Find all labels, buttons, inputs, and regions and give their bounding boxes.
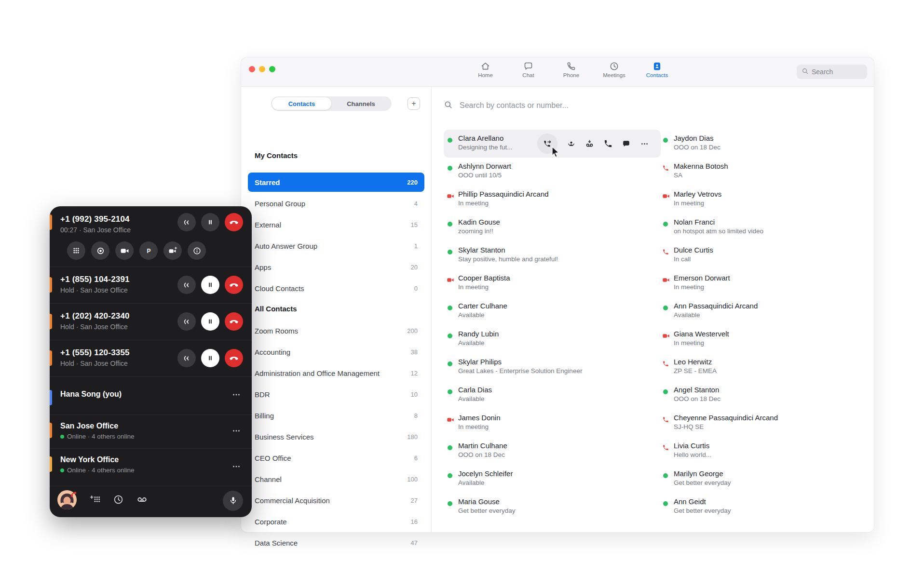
contact-status: OOO on 18 Dec [674, 143, 874, 152]
contact-row[interactable]: James DoninIn meeting [444, 409, 661, 437]
contact-row[interactable]: Ann Passaquindici ArcandAvailable [659, 297, 874, 325]
tab-chat[interactable]: Chat [507, 61, 550, 78]
sidebar-item-cloud-contacts[interactable]: Cloud Contacts0 [248, 278, 424, 299]
tab-meetings[interactable]: Meetings [593, 61, 636, 78]
sidebar-item-auto-answer-group[interactable]: Auto Answer Group1 [248, 235, 424, 256]
keypad-button[interactable] [67, 241, 85, 260]
contact-row[interactable]: Nolan Francion hotspot atm so limited vi… [659, 214, 874, 241]
microphone-button[interactable] [223, 491, 243, 511]
contact-row[interactable]: Angel StantonOOO on 18 Dec [659, 381, 874, 409]
sidebar-item-billing[interactable]: Billing8 [248, 405, 424, 426]
hold-button[interactable] [201, 312, 219, 331]
merge-calls-button[interactable] [177, 349, 196, 367]
user-avatar[interactable] [57, 490, 77, 511]
sidebar-item-personal-group[interactable]: Personal Group4 [248, 193, 424, 214]
add-contact-button[interactable]: + [408, 97, 420, 110]
contact-row[interactable]: Emerson DorwartIn meeting [659, 269, 874, 297]
contact-row[interactable]: Cheyenne Passaquindici ArcandSJ-HQ SE [659, 409, 874, 437]
sidebar-item-label: Business Services [255, 433, 314, 441]
nav-label: Meetings [603, 72, 625, 78]
sidebar-item-business-services[interactable]: Business Services180 [248, 426, 424, 447]
contact-row[interactable]: Ashlynn DorwartOOO until 10/5 [444, 158, 661, 186]
minimize-window-button[interactable] [259, 66, 265, 72]
contact-row[interactable]: Leo HerwitzZP SE - EMEA [659, 353, 874, 381]
invite-to-meeting-button[interactable] [567, 139, 576, 148]
tab-phone[interactable]: Phone [550, 61, 593, 78]
contact-row[interactable]: Skylar StantonStay positive, humble and … [444, 241, 661, 269]
contact-row[interactable]: Maria GouseGet better everyday [444, 493, 661, 521]
chat-button[interactable] [622, 139, 631, 148]
more-button[interactable] [640, 139, 649, 148]
end-call-button[interactable] [225, 276, 243, 294]
record-button[interactable] [91, 241, 109, 260]
hold-button[interactable] [201, 213, 219, 231]
transfer-to-voicemail-button[interactable] [585, 139, 594, 148]
sidebar-item-external[interactable]: External15 [248, 214, 424, 235]
in-meeting-icon [662, 332, 671, 340]
end-call-button[interactable] [225, 213, 243, 231]
tab-contacts[interactable]: Contacts [272, 97, 331, 110]
merge-calls-button[interactable] [177, 213, 196, 231]
held-call-row: +1 (202) 420-2340Hold · San Jose Office [50, 304, 252, 340]
contact-row[interactable]: Jaydon DiasOOO on 18 Dec [659, 130, 874, 158]
contacts-search-input[interactable]: Search by contacts or number... [444, 99, 858, 112]
end-call-button[interactable] [225, 349, 243, 367]
hold-button[interactable] [201, 349, 219, 367]
contact-row[interactable]: Marilyn GeorgeGet better everyday [659, 465, 874, 493]
video-button[interactable] [115, 241, 134, 260]
open-dialpad-button[interactable] [89, 494, 100, 507]
merge-calls-button[interactable] [177, 276, 196, 294]
contact-row[interactable]: Carla DiasAvailable [444, 381, 661, 409]
tab-channels[interactable]: Channels [331, 97, 391, 110]
park-button[interactable]: P [139, 241, 158, 260]
voicemail-button[interactable] [136, 494, 148, 507]
sidebar-item-accounting[interactable]: Accounting38 [248, 341, 424, 362]
maximize-window-button[interactable] [269, 66, 275, 72]
line-row[interactable]: New York OfficeOnline · 4 others online [50, 449, 252, 486]
call-history-button[interactable] [113, 494, 124, 507]
call-button[interactable] [603, 139, 612, 148]
contact-row[interactable]: Ann GeidtGet better everyday [659, 493, 874, 521]
contact-row[interactable]: Randy LubinAvailable [444, 325, 661, 353]
add-video-button[interactable] [163, 241, 182, 260]
contact-row[interactable]: Jocelyn SchleiferAvailable [444, 465, 661, 493]
merge-calls-button[interactable] [177, 312, 196, 331]
contact-row[interactable]: Giana WesterveltIn meeting [659, 325, 874, 353]
sidebar-item-data-science[interactable]: Data Science47 [248, 532, 424, 553]
sidebar-item-channel[interactable]: Channel100 [248, 468, 424, 490]
sidebar-item-commercial-acquisition[interactable]: Commercial Acquisition27 [248, 490, 424, 511]
sidebar-item-administration-and-office-management[interactable]: Administration and Office Management12 [248, 362, 424, 384]
more-options-button[interactable] [231, 390, 241, 401]
sidebar-item-corporate[interactable]: Corporate16 [248, 511, 424, 532]
sidebar-item-zoom-rooms[interactable]: Zoom Rooms200 [248, 320, 424, 341]
contact-row[interactable]: Skylar PhilipsGreat Lakes - Enterprise S… [444, 353, 661, 381]
sidebar-item-apps[interactable]: Apps20 [248, 256, 424, 278]
line-row[interactable]: San Jose OfficeOnline · 4 others online [50, 415, 252, 448]
contact-row[interactable]: Cooper BaptistaIn meeting [444, 269, 661, 297]
contact-row[interactable]: Dulce CurtisIn call [659, 241, 874, 269]
contact-row[interactable]: Carter CulhaneAvailable [444, 297, 661, 325]
contact-row[interactable]: Marley VetrovsIn meeting [659, 186, 874, 214]
sidebar-item-starred[interactable]: Starred220 [248, 173, 424, 192]
more-options-button[interactable] [231, 426, 241, 438]
sidebar-item-ceo-office[interactable]: CEO Office6 [248, 447, 424, 468]
contact-row[interactable]: Livia CurtisHello world... [659, 437, 874, 465]
global-search-input[interactable]: Search [797, 65, 867, 79]
end-call-button[interactable] [225, 312, 243, 331]
tab-contacts[interactable]: Contacts [636, 61, 679, 78]
contact-row[interactable]: Clara ArellanoDesigning the fut... [444, 130, 661, 158]
more-options-button[interactable] [231, 462, 241, 473]
contact-row[interactable]: Makenna BotoshSA [659, 158, 874, 186]
line-row[interactable]: Hana Song (you) [50, 377, 252, 414]
call-panel-footer [50, 484, 252, 517]
tab-home[interactable]: Home [464, 61, 507, 78]
contact-row[interactable]: Kadin Gousezooming in!! [444, 214, 661, 241]
contact-row[interactable]: Martin CulhaneOOO on 18 Dec [444, 437, 661, 465]
contact-row[interactable]: Phillip Passaquindici ArcandIn meeting [444, 186, 661, 214]
contact-status: Available [674, 310, 874, 320]
info-button[interactable] [188, 241, 206, 260]
hold-button[interactable] [201, 276, 219, 294]
contact-status: In meeting [674, 282, 874, 292]
sidebar-item-bdr[interactable]: BDR10 [248, 384, 424, 405]
close-window-button[interactable] [249, 66, 255, 72]
